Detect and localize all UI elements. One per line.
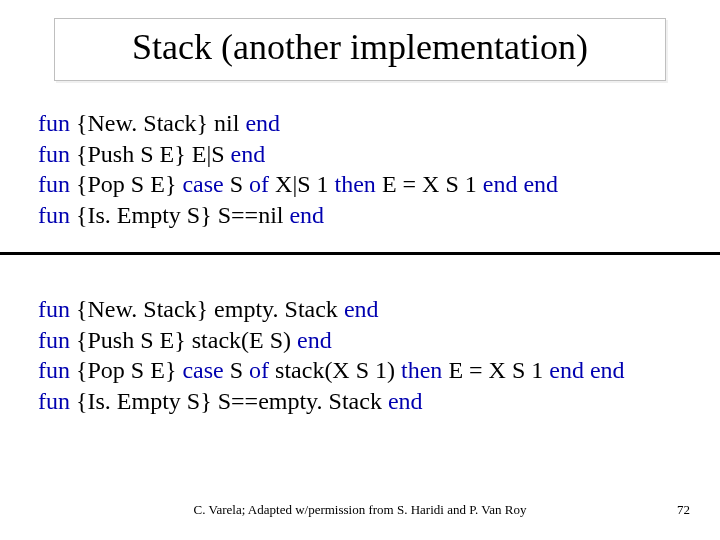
code-text: S	[230, 357, 249, 383]
code-text: {Pop S E}	[76, 171, 182, 197]
code-line: fun {New. Stack} nil end	[38, 108, 688, 139]
code-line: fun {Is. Empty S} S==nil end	[38, 200, 688, 231]
keyword-end: end	[245, 110, 280, 136]
keyword-end: end	[289, 202, 324, 228]
code-text: {New. Stack} nil	[76, 110, 245, 136]
code-line: fun {New. Stack} empty. Stack end	[38, 294, 688, 325]
keyword-of: of	[249, 171, 269, 197]
code-text: {Is. Empty S} S==nil	[76, 202, 289, 228]
code-text: {New. Stack} empty. Stack	[76, 296, 344, 322]
keyword-case: case	[182, 357, 223, 383]
code-line: fun {Push S E} stack(E S) end	[38, 325, 688, 356]
slide: Stack (another implementation) fun {New.…	[0, 0, 720, 540]
keyword-fun: fun	[38, 141, 70, 167]
code-line: fun {Pop S E} case S of stack(X S 1) the…	[38, 355, 688, 386]
keyword-end: end	[297, 327, 332, 353]
code-block-2: fun {New. Stack} empty. Stack end fun {P…	[38, 294, 688, 417]
keyword-end: end	[590, 357, 625, 383]
keyword-end: end	[523, 171, 558, 197]
divider-line	[0, 252, 720, 255]
keyword-fun: fun	[38, 171, 70, 197]
keyword-end: end	[483, 171, 518, 197]
code-text: {Pop S E}	[76, 357, 182, 383]
code-block-1: fun {New. Stack} nil end fun {Push S E} …	[38, 108, 688, 231]
keyword-fun: fun	[38, 110, 70, 136]
title-box: Stack (another implementation)	[54, 18, 666, 81]
code-text: {Push S E} E|S	[76, 141, 231, 167]
keyword-then: then	[401, 357, 442, 383]
slide-title: Stack (another implementation)	[71, 27, 649, 68]
keyword-end: end	[344, 296, 379, 322]
keyword-fun: fun	[38, 202, 70, 228]
keyword-fun: fun	[38, 388, 70, 414]
keyword-fun: fun	[38, 357, 70, 383]
code-text: {Push S E} stack(E S)	[76, 327, 297, 353]
code-text: X|S 1	[275, 171, 334, 197]
keyword-of: of	[249, 357, 269, 383]
keyword-then: then	[335, 171, 376, 197]
code-text: E = X S 1	[382, 171, 483, 197]
keyword-fun: fun	[38, 296, 70, 322]
code-line: fun {Is. Empty S} S==empty. Stack end	[38, 386, 688, 417]
keyword-end: end	[231, 141, 266, 167]
footer: C. Varela; Adapted w/permission from S. …	[0, 502, 720, 518]
code-line: fun {Push S E} E|S end	[38, 139, 688, 170]
page-number: 72	[677, 502, 690, 518]
code-line: fun {Pop S E} case S of X|S 1 then E = X…	[38, 169, 688, 200]
keyword-end: end	[549, 357, 584, 383]
code-text: E = X S 1	[448, 357, 549, 383]
keyword-case: case	[182, 171, 223, 197]
code-text: {Is. Empty S} S==empty. Stack	[76, 388, 388, 414]
keyword-end: end	[388, 388, 423, 414]
keyword-fun: fun	[38, 327, 70, 353]
code-text: S	[230, 171, 249, 197]
code-text: stack(X S 1)	[275, 357, 401, 383]
footer-credit: C. Varela; Adapted w/permission from S. …	[0, 502, 720, 518]
